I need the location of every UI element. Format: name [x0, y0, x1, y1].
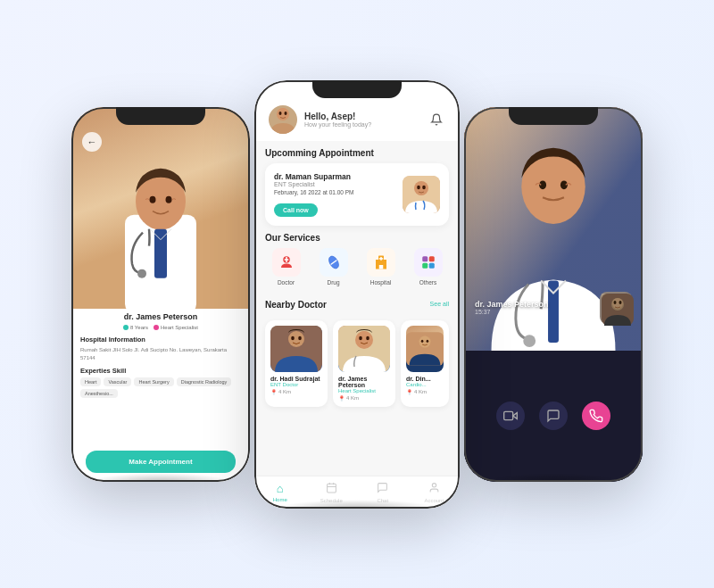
right-doctor-name-overlay: dr. James Peterson 15:37 [475, 300, 549, 315]
svg-point-38 [366, 335, 369, 339]
right-small-avatar [600, 292, 632, 324]
doctor-3-img [406, 326, 444, 372]
svg-point-48 [432, 483, 436, 486]
services-grid: Doctor Drug [265, 248, 449, 286]
pin-icon-1: 📍 [270, 389, 277, 395]
call-now-button[interactable]: Call now [274, 203, 318, 217]
svg-point-13 [422, 185, 426, 188]
nearby-header: Nearby Doctor See all [265, 293, 449, 315]
greeting-sub: How your feeling today? [304, 121, 371, 128]
svg-point-11 [414, 181, 428, 195]
svg-rect-24 [378, 265, 383, 269]
greeting-hello: Hello, Asep! [304, 112, 371, 121]
svg-point-55 [523, 335, 536, 347]
svg-marker-61 [513, 413, 518, 419]
center-phone-content: Hello, Asep! How your feeling today? Upc… [254, 80, 460, 509]
svg-point-5 [166, 196, 172, 203]
skill-heart: Heart [80, 377, 101, 386]
skill-anesthesio: Anesthesio... [80, 389, 118, 398]
chat-call-button[interactable] [539, 402, 568, 430]
nav-home[interactable]: ⌂ Home [254, 482, 306, 503]
doctor-3-dist: 📍 4 Km [406, 389, 444, 395]
doctor-2-img [338, 326, 390, 372]
left-phone-content: ← [71, 107, 250, 482]
center-phone-notch [312, 80, 402, 98]
svg-point-3 [137, 269, 146, 278]
years-text: 8 Years [130, 325, 148, 330]
svg-point-12 [417, 185, 420, 188]
specialty-text: Heart Specialist [161, 325, 198, 330]
doctor-2-dist: 📍 4 Km [338, 395, 390, 402]
home-label: Home [273, 497, 287, 502]
left-badges: 8 Years Heart Specialist [80, 325, 241, 330]
appointment-section-title: Upcomming Appointment [265, 148, 449, 158]
svg-point-60 [619, 301, 622, 304]
center-phone: Hello, Asep! How your feeling today? Upc… [254, 80, 460, 509]
svg-rect-26 [428, 256, 434, 261]
left-phone: ← [71, 107, 250, 482]
service-doctor[interactable]: Doctor [272, 248, 301, 286]
svg-point-33 [298, 335, 302, 339]
svg-rect-62 [504, 411, 513, 419]
pin-icon-3: 📍 [406, 389, 412, 395]
hospital-service-label: Hospital [370, 279, 391, 286]
appointment-card: dr. Maman Suparman ENT Specialist Februa… [265, 163, 449, 226]
doctor-icon [272, 248, 301, 277]
svg-point-9 [285, 112, 287, 115]
service-drug[interactable]: Drug [320, 248, 348, 286]
appt-doctor-spec: ENT Specialist [274, 181, 354, 187]
nav-account[interactable]: Account [409, 482, 461, 503]
left-doctor-photo: ← [71, 107, 250, 313]
doctors-row: dr. Hadi Sudrajat ENT Doctor 📍 4 Km [265, 320, 449, 407]
appt-doctor-image [403, 176, 440, 213]
home-icon: ⌂ [277, 482, 284, 495]
greeting-text: Hello, Asep! How your feeling today? [304, 112, 371, 128]
schedule-icon [326, 482, 337, 496]
svg-rect-27 [422, 262, 428, 268]
services-section-title: Our Services [265, 233, 449, 243]
doctor-3-name: dr. Din... [406, 376, 444, 382]
video-call-button[interactable] [496, 402, 525, 430]
right-phone: dr. James Peterson 15:37 [464, 107, 643, 482]
account-label: Account [424, 498, 444, 503]
doctor-card-1[interactable]: dr. Hadi Sudrajat ENT Doctor 📍 4 Km [265, 320, 328, 407]
see-all-link[interactable]: See all [430, 301, 449, 307]
user-avatar [269, 105, 297, 134]
make-appointment-button[interactable]: Make Appointment [86, 451, 236, 473]
doctor-1-dist: 📍 4 Km [270, 389, 322, 395]
doctor-1-spec: ENT Doctor [270, 382, 322, 387]
right-call-time: 15:37 [475, 309, 549, 315]
drug-service-label: Drug [327, 279, 339, 286]
doctor-3-spec: Cardio... [406, 382, 444, 387]
doctor-service-label: Doctor [278, 279, 295, 286]
right-doctor-name: dr. James Peterson [475, 300, 549, 309]
doctor-card-2[interactable]: dr. James Peterson Heart Specialist 📍 4 … [333, 320, 395, 407]
end-call-button[interactable] [582, 402, 610, 430]
svg-point-37 [359, 335, 362, 339]
right-phone-notch [509, 107, 598, 125]
service-hospital[interactable]: Hospital [367, 248, 395, 286]
skill-heart-surgery: Heart Surgery [134, 377, 173, 386]
back-button[interactable]: ← [82, 132, 102, 152]
hospital-icon [367, 248, 395, 277]
svg-rect-28 [428, 262, 434, 268]
svg-point-36 [356, 331, 372, 347]
years-dot [123, 325, 129, 330]
skill-diagnostic: Diagnostic Radiology [177, 377, 232, 386]
pin-icon-2: 📍 [338, 395, 345, 402]
nearby-section-title: Nearby Doctor [265, 300, 327, 310]
appt-doctor-name: dr. Maman Suparman [274, 172, 354, 181]
doctor-card-3[interactable]: dr. Din... Cardio... 📍 4 Km [401, 320, 449, 407]
service-others[interactable]: Others [414, 248, 443, 286]
bell-icon[interactable] [428, 111, 445, 128]
svg-point-8 [279, 112, 282, 115]
svg-rect-2 [154, 229, 167, 278]
left-phone-notch [116, 107, 205, 125]
svg-point-42 [421, 339, 424, 342]
doctor-2-name: dr. James Peterson [338, 376, 390, 388]
skill-vascular: Vascular [104, 377, 131, 386]
specialty-dot [154, 325, 159, 330]
svg-point-41 [419, 335, 430, 347]
center-header-left: Hello, Asep! How your feeling today? [269, 105, 371, 134]
svg-point-31 [288, 331, 304, 347]
